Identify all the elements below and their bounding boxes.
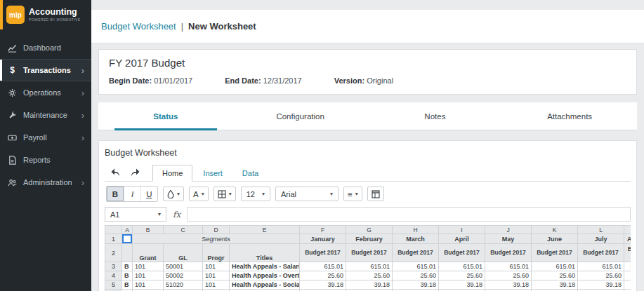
selected-cell-a1[interactable] xyxy=(122,234,133,244)
cell-value[interactable]: 39.18 xyxy=(578,280,624,290)
font-family-select[interactable]: Arial ▾ xyxy=(275,187,339,201)
cell-value[interactable]: 615.01 xyxy=(439,262,485,271)
cell-value[interactable]: 25.60 xyxy=(393,271,439,280)
month-header[interactable]: July xyxy=(578,234,624,244)
borders-button[interactable]: ▾ xyxy=(213,187,236,201)
budget-header[interactable]: Budget 2017 xyxy=(393,244,439,262)
cell-flag[interactable]: B xyxy=(122,262,133,271)
cell-title[interactable]: Health Appeals - Social Sec xyxy=(230,280,300,290)
row-number[interactable]: 4 xyxy=(105,271,122,280)
budget-header[interactable]: Budget 2017 xyxy=(485,244,532,262)
alignment-button[interactable]: ≡ ▾ xyxy=(343,187,362,201)
cell-value[interactable]: 25.60 xyxy=(578,271,624,280)
font-size-select[interactable]: 12 ▾ xyxy=(241,187,270,201)
font-color-button[interactable]: A ▾ xyxy=(189,187,209,201)
cell-reference-box[interactable]: A1 ▾ xyxy=(105,207,166,222)
month-header[interactable]: March xyxy=(393,234,439,244)
sidebar-item-reports[interactable]: Reports xyxy=(0,149,91,171)
column-header[interactable]: L xyxy=(578,226,624,234)
gl-header[interactable]: GL xyxy=(164,244,203,262)
column-header[interactable]: I xyxy=(439,226,485,234)
cell-value[interactable]: 25.60 xyxy=(300,271,346,280)
titles-header[interactable]: Titles xyxy=(230,244,300,262)
budget-header[interactable]: Budget 2017 xyxy=(439,244,485,262)
cell-value[interactable]: 39.18 xyxy=(393,280,439,290)
cell-value[interactable]: 39.18 xyxy=(300,280,346,290)
cell-gl[interactable]: 51020 xyxy=(164,280,203,290)
table-format-button[interactable] xyxy=(367,187,384,201)
cell-gl[interactable]: 50001 xyxy=(164,262,203,271)
cell-value[interactable]: 39.18 xyxy=(485,280,532,290)
ribbon-tab-home[interactable]: Home xyxy=(152,165,192,182)
budget-header[interactable]: Budget 2017 xyxy=(578,244,624,262)
cell-gl[interactable]: 50002 xyxy=(164,271,203,280)
segments-header[interactable]: Segments xyxy=(133,234,300,244)
cell-value[interactable]: 615.01 xyxy=(485,262,532,271)
italic-button[interactable]: I xyxy=(124,187,140,201)
cell-value[interactable]: 615.01 xyxy=(578,262,624,271)
column-header[interactable]: H xyxy=(393,226,439,234)
cell-value[interactable]: 25.60 xyxy=(346,271,393,280)
row-number[interactable]: 3 xyxy=(105,262,122,271)
budget-header[interactable]: Budget 2017 xyxy=(300,244,346,262)
grid-cell[interactable] xyxy=(122,244,133,262)
cell-value[interactable]: 615.01 xyxy=(532,262,578,271)
grant-header[interactable]: Grant xyxy=(133,244,164,262)
cell-grant[interactable]: 101 xyxy=(133,262,164,271)
redo-button[interactable] xyxy=(126,164,144,181)
cell-title[interactable]: Health Appeals - Overtime xyxy=(230,271,300,280)
cell-flag[interactable]: B xyxy=(122,271,133,280)
tab-attachments[interactable]: Attachments xyxy=(502,102,637,130)
tab-configuration[interactable]: Configuration xyxy=(233,102,368,130)
ribbon-tab-data[interactable]: Data xyxy=(233,165,268,181)
column-header[interactable]: F xyxy=(300,226,346,234)
column-header[interactable]: K xyxy=(532,226,578,234)
tab-notes[interactable]: Notes xyxy=(368,102,503,130)
budget-header[interactable]: Budget 2017 xyxy=(346,244,393,262)
cell-value[interactable]: 25.60 xyxy=(439,271,485,280)
sidebar-item-payroll[interactable]: Payroll › xyxy=(0,126,91,149)
month-header[interactable]: February xyxy=(346,234,393,244)
budget-header[interactable]: Budget 2017 xyxy=(532,244,578,262)
cell-flag[interactable]: B xyxy=(122,280,133,290)
breadcrumb-link[interactable]: Budget Worksheet xyxy=(101,21,176,32)
cell-value[interactable]: 615.01 xyxy=(346,262,393,271)
month-header[interactable]: June xyxy=(532,234,578,244)
cell-value[interactable]: 39.18 xyxy=(439,280,485,290)
cell-value[interactable]: 25.60 xyxy=(532,271,578,280)
cell-grant[interactable]: 101 xyxy=(133,271,164,280)
cell-value[interactable]: 25.60 xyxy=(485,271,532,280)
column-header[interactable]: J xyxy=(485,226,532,234)
column-header[interactable]: A xyxy=(122,226,133,234)
cell-value[interactable]: 39.18 xyxy=(624,280,631,290)
column-header[interactable]: E xyxy=(230,226,300,234)
row-number[interactable]: 2 xyxy=(105,244,122,262)
month-header[interactable]: January xyxy=(300,234,346,244)
row-number[interactable]: 5 xyxy=(105,280,122,290)
column-header[interactable]: B xyxy=(133,226,164,234)
fill-color-button[interactable]: ▾ xyxy=(163,187,184,201)
month-header[interactable]: April xyxy=(439,234,485,244)
cell-value[interactable]: 39.18 xyxy=(532,280,578,290)
column-header[interactable]: D xyxy=(203,226,230,234)
cell-progr[interactable]: 101 xyxy=(203,262,230,271)
cell-value[interactable]: 615.01 xyxy=(393,262,439,271)
month-header[interactable]: May xyxy=(485,234,532,244)
sidebar-item-dashboard[interactable]: Dashboard xyxy=(0,36,91,59)
cell-progr[interactable]: 101 xyxy=(203,271,230,280)
sidebar-item-maintenance[interactable]: Maintenance › xyxy=(0,104,91,126)
select-all-corner[interactable] xyxy=(105,226,122,234)
sidebar-item-administration[interactable]: Administration › xyxy=(0,171,91,194)
cell-value[interactable]: 615.01 xyxy=(624,262,631,271)
bold-button[interactable]: B xyxy=(107,187,124,201)
formula-input[interactable] xyxy=(187,207,631,222)
cell-grant[interactable]: 101 xyxy=(133,280,164,290)
column-header[interactable]: C xyxy=(164,226,203,234)
month-header[interactable]: August xyxy=(624,234,631,244)
cell-progr[interactable]: 101 xyxy=(203,280,230,290)
ribbon-tab-insert[interactable]: Insert xyxy=(194,165,232,181)
sidebar-item-transactions[interactable]: $ Transactions › xyxy=(0,59,91,81)
column-header[interactable]: M xyxy=(624,226,631,234)
cell-value[interactable]: 615.01 xyxy=(300,262,346,271)
program-header[interactable]: Progr xyxy=(203,244,230,262)
